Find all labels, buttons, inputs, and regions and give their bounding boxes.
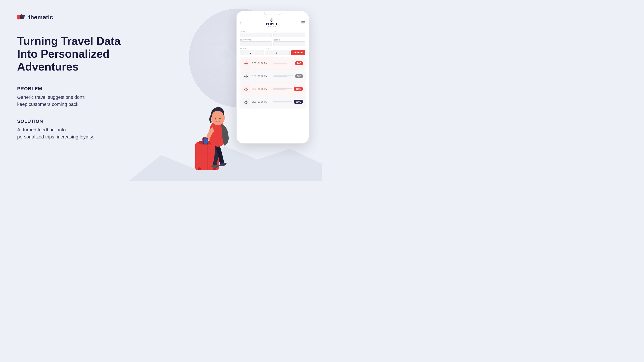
flight-time: 9:00 - 12:00 PM	[252, 88, 271, 90]
counter-row: ADULTS 2 + CHILD 0 + SEARCH	[240, 48, 305, 55]
logo-text: thematic	[28, 14, 53, 21]
adults-plus: +	[253, 52, 254, 54]
departure-input[interactable]	[240, 41, 272, 46]
phone-title-area: ✈ FLIGHT BOOKING	[266, 18, 278, 27]
phone-header: ⌂ ✈ FLIGHT BOOKING	[240, 18, 305, 27]
flight-price[interactable]: 50€	[295, 74, 303, 78]
svg-rect-11	[20, 14, 25, 19]
return-input[interactable]	[274, 41, 305, 46]
child-plus: +	[278, 52, 280, 54]
to-input[interactable]	[274, 32, 305, 37]
flight-price[interactable]: 100€	[294, 87, 303, 91]
solution-text: AI turned feedback into personalized tri…	[17, 126, 150, 140]
phone-mockup: ⌂ ✈ FLIGHT BOOKING FROM TO	[236, 11, 309, 144]
child-label: CHILD	[266, 48, 289, 50]
logo-area: thematic	[17, 13, 150, 22]
phone-title: FLIGHT	[266, 23, 278, 26]
flight-price[interactable]: 200€	[294, 100, 303, 104]
phone-notch	[264, 11, 281, 15]
phone-subtitle: BOOKING	[266, 26, 278, 27]
home-icon: ⌂	[240, 20, 242, 25]
child-field: CHILD 0 +	[266, 48, 289, 55]
svg-point-24	[215, 118, 216, 120]
flight-time: 9:00 - 12:00 PM	[252, 75, 272, 77]
adults-field: ADULTS 2 +	[240, 48, 264, 55]
from-field: FROM	[240, 30, 272, 37]
solution-section: SOLUTION AI turned feedback into persona…	[17, 119, 150, 140]
adults-label: ADULTS	[240, 48, 264, 50]
search-button[interactable]: SEARCH	[291, 50, 305, 55]
flight-price[interactable]: 20€	[295, 61, 303, 65]
problem-label: PROBLEM	[17, 86, 150, 92]
flight-plane-icon: ✈	[266, 18, 278, 23]
flight-lines	[273, 101, 292, 102]
return-label: RETURN	[274, 39, 305, 41]
flight-result-row: 9:00 - 12:00 PM 100€	[240, 83, 305, 95]
headline: Turning Travel Data Into Personalized Ad…	[17, 35, 150, 73]
flight-time: 9:00 - 12:00 PM	[252, 101, 271, 103]
flight-lines	[274, 75, 293, 77]
from-label: FROM	[240, 30, 272, 32]
departure-return-row: DEPARTURE RETURN	[240, 39, 305, 46]
flight-icon-box	[242, 59, 250, 67]
from-input[interactable]	[240, 32, 272, 37]
headline-line2: Into Personalized Adventures	[17, 48, 150, 73]
flight-result-row: 9:00 - 12:00 PM 200€	[240, 96, 305, 108]
to-field: TO	[274, 30, 305, 37]
person-illustration	[187, 84, 242, 170]
bottom-divider	[177, 169, 316, 169]
flight-icon-box	[242, 85, 250, 93]
problem-section: PROBLEM Generic travel suggestions don't…	[17, 86, 150, 108]
flight-lines	[273, 88, 292, 90]
flight-icon-box	[242, 72, 250, 80]
child-value: 0	[276, 52, 277, 54]
left-panel: thematic Turning Travel Data Into Person…	[17, 13, 150, 151]
headline-line1: Turning Travel Data	[17, 35, 150, 48]
departure-label: DEPARTURE	[240, 39, 272, 41]
menu-icon[interactable]	[302, 21, 305, 24]
adults-value: 2	[250, 52, 251, 54]
svg-point-25	[220, 118, 221, 120]
flight-results: 9:00 - 12:00 PM 20€ 9:00 - 12:00 PM 50€	[240, 57, 305, 108]
solution-label: SOLUTION	[17, 119, 150, 124]
svg-point-19	[212, 165, 219, 168]
flight-icon-box	[242, 98, 250, 106]
child-counter[interactable]: 0 +	[266, 50, 289, 55]
from-to-row: FROM TO	[240, 30, 305, 37]
problem-text: Generic travel suggestions don't keep cu…	[17, 94, 150, 108]
to-label: TO	[274, 30, 305, 32]
adults-counter[interactable]: 2 +	[240, 50, 264, 55]
flight-time: 9:00 - 12:00 PM	[252, 62, 272, 64]
flight-lines	[274, 63, 293, 64]
flight-result-row: 9:00 - 12:00 PM 20€	[240, 57, 305, 69]
person-svg	[187, 84, 242, 170]
departure-field: DEPARTURE	[240, 39, 272, 46]
flight-result-row: 9:00 - 12:00 PM 50€	[240, 70, 305, 82]
svg-rect-22	[204, 139, 208, 144]
logo-icon	[17, 13, 26, 22]
phone-content: ⌂ ✈ FLIGHT BOOKING FROM TO	[236, 11, 309, 143]
return-field: RETURN	[274, 39, 305, 46]
